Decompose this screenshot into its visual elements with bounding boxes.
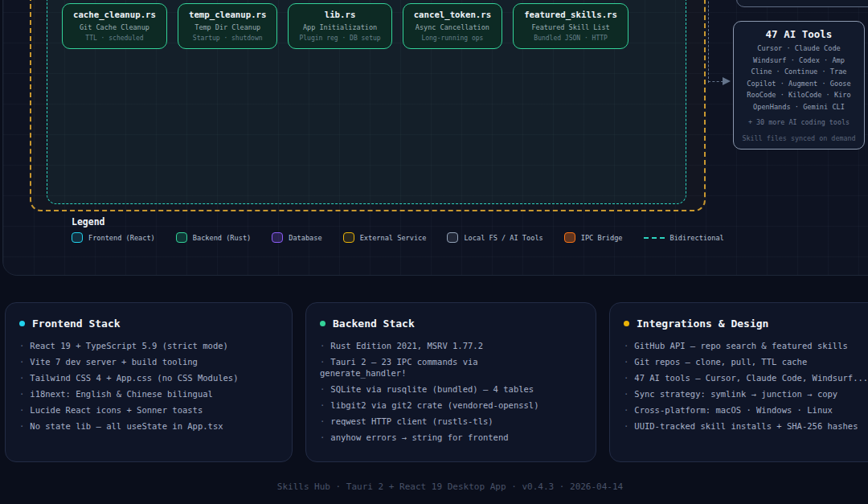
legend-label: Bidirectional	[670, 234, 724, 242]
node-detail: Bundled JSON · HTTP	[524, 35, 617, 43]
list-item: Sync strategy: symlink → junction → copy	[624, 388, 868, 400]
list-item: SQLite via rusqlite (bundled) — 4 tables	[320, 383, 555, 395]
list-item: React 19 + TypeScript 5.9 (strict mode)	[19, 340, 278, 351]
legend-label: Local FS / AI Tools	[464, 234, 542, 242]
backend-stack-card: Backend Stack Rust Edition 2021, MSRV 1.…	[305, 302, 596, 462]
node-lib: lib.rs App Initialization Plugin reg · D…	[288, 3, 391, 49]
external-service-swatch-icon	[343, 232, 354, 243]
card-title: Frontend Stack	[32, 318, 121, 330]
node-subtitle: Temp Dir Cleanup	[189, 23, 267, 32]
local-fs-swatch-icon	[447, 232, 458, 243]
frontend-stack-list: React 19 + TypeScript 5.9 (strict mode) …	[19, 340, 278, 432]
card-header: Integrations & Design	[624, 318, 868, 330]
ai-tools-line: Copilot · Augment · Goose	[739, 78, 859, 90]
legend-label: IPC Bridge	[581, 234, 623, 242]
list-item: Tauri 2 — 23 IPC commands via generate_h…	[320, 356, 555, 379]
node-title: temp_cleanup.rs	[189, 10, 267, 21]
ai-tools-line: RooCode · KiloCode · Kiro	[739, 89, 859, 101]
list-item: Cross-platform: macOS · Windows · Linux	[624, 404, 868, 416]
legend-label: Backend (Rust)	[193, 234, 251, 242]
card-title: Backend Stack	[333, 318, 415, 330]
frontend-stack-card: Frontend Stack React 19 + TypeScript 5.9…	[5, 302, 293, 462]
node-detail: Long-running ops	[414, 35, 492, 43]
node-cancel-token: cancel_token.rs Async Cancellation Long-…	[403, 3, 503, 49]
node-subtitle: Git Cache Cleanup	[73, 23, 156, 32]
list-item: Tailwind CSS 4 + App.css (no CSS Modules…	[19, 372, 278, 383]
ai-tools-more: + 30 more AI coding tools	[739, 117, 859, 127]
list-item: Vite 7 dev server + build tooling	[19, 356, 278, 367]
ai-tools-line: Cline · Continue · Trae	[739, 66, 859, 78]
connector-dashed-vertical	[708, 0, 709, 83]
list-item: anyhow errors → string for frontend	[320, 432, 555, 443]
node-featured-skills: featured_skills.rs Featured Skill List B…	[513, 3, 628, 49]
partial-node-box	[736, 0, 868, 7]
legend-item-frontend: Frontend (React)	[72, 232, 155, 243]
legend-title: Legend	[72, 216, 105, 227]
list-item: 47 AI tools — Cursor, Claude Code, Winds…	[624, 372, 868, 383]
list-item: reqwest HTTP client (rustls-tls)	[320, 416, 555, 427]
rust-module-row: cache_cleanup.rs Git Cache Cleanup TTL ·…	[62, 3, 628, 49]
list-item: i18next: English & Chinese bilingual	[19, 388, 278, 400]
node-subtitle: Async Cancellation	[414, 23, 492, 32]
list-item: No state lib — all useState in App.tsx	[19, 420, 278, 432]
legend-item-ipc-bridge: IPC Bridge	[564, 232, 623, 243]
footer-text: Skills Hub · Tauri 2 + React 19 Desktop …	[0, 481, 868, 492]
node-temp-cleanup: temp_cleanup.rs Temp Dir Cleanup Startup…	[178, 3, 278, 49]
legend-label: Frontend (React)	[88, 234, 155, 242]
ai-tools-note: Skill files synced on demand	[739, 133, 859, 143]
legend-item-backend: Backend (Rust)	[176, 232, 251, 243]
backend-swatch-icon	[176, 232, 187, 243]
card-header: Frontend Stack	[19, 318, 278, 330]
database-swatch-icon	[272, 232, 283, 243]
legend-item-database: Database	[272, 232, 321, 243]
architecture-panel: cache_cleanup.rs Git Cache Cleanup TTL ·…	[2, 0, 868, 276]
card-header: Backend Stack	[320, 318, 582, 330]
legend: Frontend (React) Backend (Rust) Database…	[72, 232, 724, 243]
integrations-design-card: Integrations & Design GitHub API — repo …	[609, 302, 868, 462]
node-title: lib.rs	[299, 10, 380, 21]
node-detail: TTL · scheduled	[73, 35, 156, 43]
list-item: Git repos — clone, pull, TTL cache	[624, 356, 868, 367]
node-detail: Startup · shutdown	[189, 35, 267, 43]
connector-dashed-horizontal	[708, 81, 723, 82]
node-detail: Plugin reg · DB setup	[299, 35, 380, 43]
backend-dot-icon	[320, 321, 326, 326]
card-title: Integrations & Design	[637, 318, 768, 330]
connector-arrowhead-icon	[723, 77, 731, 85]
node-cache-cleanup: cache_cleanup.rs Git Cache Cleanup TTL ·…	[62, 3, 167, 49]
bidirectional-dash-icon	[644, 237, 665, 239]
legend-item-external-service: External Service	[343, 232, 427, 243]
legend-label: External Service	[360, 234, 427, 242]
list-item: libgit2 via git2 crate (vendored-openssl…	[320, 400, 555, 411]
ai-tools-line: Cursor · Claude Code	[739, 43, 859, 55]
list-item: Rust Edition 2021, MSRV 1.77.2	[320, 340, 555, 351]
legend-label: Database	[289, 234, 321, 242]
list-item: UUID-tracked skill installs + SHA-256 ha…	[624, 420, 868, 432]
list-item: Lucide React icons + Sonner toasts	[19, 404, 278, 416]
list-item: GitHub API — repo search & featured skil…	[624, 340, 868, 351]
node-title: cache_cleanup.rs	[73, 10, 156, 21]
ipc-bridge-swatch-icon	[564, 232, 575, 243]
ai-tools-line: Windsurf · Codex · Amp	[739, 55, 859, 67]
node-subtitle: Featured Skill List	[524, 23, 617, 32]
ai-tools-panel: 47 AI Tools Cursor · Claude Code Windsur…	[733, 21, 865, 150]
ai-tools-title: 47 AI Tools	[739, 28, 859, 40]
node-title: featured_skills.rs	[524, 10, 617, 21]
legend-item-local-fs: Local FS / AI Tools	[447, 232, 542, 243]
backend-stack-list: Rust Edition 2021, MSRV 1.77.2 Tauri 2 —…	[320, 340, 582, 443]
legend-item-bidirectional: Bidirectional	[644, 234, 724, 242]
integrations-list: GitHub API — repo search & featured skil…	[624, 340, 868, 432]
frontend-swatch-icon	[72, 232, 83, 243]
frontend-dot-icon	[19, 321, 25, 326]
node-title: cancel_token.rs	[414, 10, 492, 21]
ai-tools-line: OpenHands · Gemini CLI	[739, 101, 859, 113]
integrations-dot-icon	[624, 321, 629, 326]
node-subtitle: App Initialization	[299, 23, 380, 32]
